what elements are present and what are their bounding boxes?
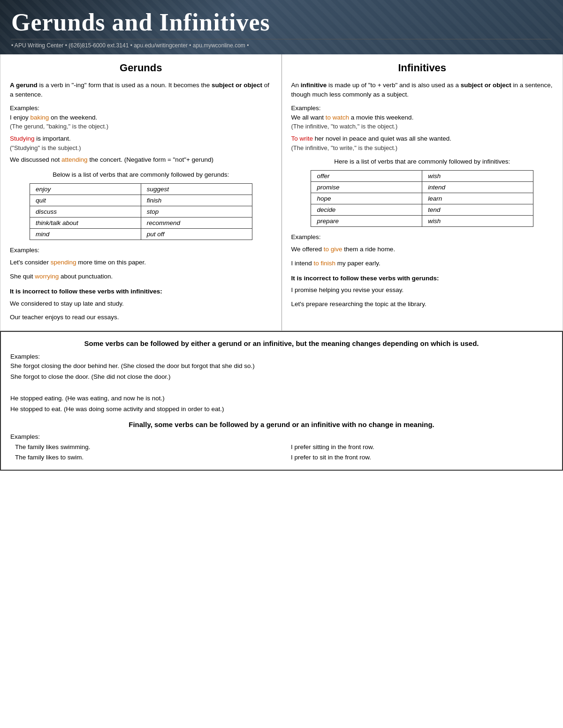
table-cell: learn (422, 193, 533, 204)
infinitives-example2-note: (The infinitive, "to write," is the subj… (291, 144, 554, 151)
bottom-example4: He stopped to eat. (He was doing some ac… (10, 404, 553, 415)
table-cell: suggest (141, 184, 252, 195)
infinitives-highlight-towrite: To write (291, 135, 313, 142)
gerunds-example5: She quit worrying about punctuation. (10, 271, 272, 282)
table-row: quit finish (30, 195, 252, 206)
table-cell: offer (311, 170, 422, 181)
gerunds-definition: A gerund is a verb in "-ing" form that i… (10, 81, 272, 100)
gerunds-examples2-label: Examples: (10, 247, 272, 254)
infinitives-definition: An infinitive is made up of "to + verb" … (291, 81, 554, 100)
infinitives-example2: To write her novel in peace and quiet wa… (291, 134, 554, 144)
table-cell: quit (30, 195, 141, 206)
table-cell: intend (422, 181, 533, 193)
gerunds-example1: I enjoy baking on the weekend. (10, 113, 272, 123)
gerunds-title: Gerunds (10, 62, 272, 74)
gerunds-examples-label: Examples: (10, 105, 272, 112)
gerunds-highlight-baking: baking (30, 114, 49, 121)
table-row: promise intend (311, 181, 533, 193)
final-right2: I prefer to sit in the front row. (291, 452, 548, 463)
main-content: Gerunds A gerund is a verb in "-ing" for… (0, 54, 563, 331)
table-row: offer wish (311, 170, 533, 181)
table-cell: discuss (30, 206, 141, 218)
gerunds-incorrect1: We considered to stay up late and study. (10, 299, 272, 309)
gerunds-example2-note: ("Studying" is the subject.) (10, 144, 272, 151)
gerunds-incorrect2: Our teacher enjoys to read our essays. (10, 312, 272, 323)
table-cell: prepare (311, 215, 422, 226)
table-cell: finish (141, 195, 252, 206)
gerunds-example3: We discussed not attending the concert. … (10, 155, 272, 165)
final-examples-label: Examples: (10, 433, 553, 440)
infinitives-highlight-towatch: to watch (326, 114, 349, 121)
infinitives-incorrect2: Let's prepare researching the topic at t… (291, 299, 554, 309)
bottom-example1: She forgot closing the door behind her. … (10, 361, 553, 372)
final-examples: The family likes swimming. The family li… (10, 442, 553, 464)
table-cell: wish (422, 215, 533, 226)
table-cell: think/talk about (30, 218, 141, 229)
table-cell: hope (311, 193, 422, 204)
gerunds-table: enjoy suggest quit finish discuss stop t… (30, 183, 252, 240)
header-subtitle: • APU Writing Center • (626)815-6000 ext… (11, 39, 552, 49)
infinitives-highlight-tofinish: to finish (314, 260, 336, 267)
table-cell: promise (311, 181, 422, 193)
table-cell: stop (141, 206, 252, 218)
infinitives-example4: I intend to finish my paper early. (291, 258, 554, 269)
final-examples-left: The family likes swimming. The family li… (15, 442, 272, 464)
infinitives-highlight-togive: to give (324, 246, 342, 253)
bottom-example2: She forgot to close the door. (She did n… (10, 372, 553, 383)
infinitives-incorrect1: I promise helping you revise your essay. (291, 285, 554, 295)
final-right1: I prefer sitting in the front row. (291, 442, 548, 453)
gerunds-highlight-studying: Studying (10, 135, 35, 142)
page-header: Gerunds and Infinitives • APU Writing Ce… (0, 0, 563, 54)
gerunds-list-intro: Below is a list of verbs that are common… (10, 170, 272, 180)
infinitives-examples2-label: Examples: (291, 233, 554, 240)
bottom-examples: She forgot closing the door behind her. … (10, 361, 553, 415)
gerunds-incorrect-heading: It is incorrect to follow these verbs wi… (10, 287, 272, 296)
infinitives-title: Infinitives (291, 62, 554, 74)
infinitives-examples-label: Examples: (291, 105, 554, 112)
infinitives-example1: We all want to watch a movie this weeken… (291, 113, 554, 123)
infinitives-example3: We offered to give them a ride home. (291, 244, 554, 255)
table-row: discuss stop (30, 206, 252, 218)
gerunds-example1-note: (The gerund, "baking," is the object.) (10, 123, 272, 130)
table-cell: mind (30, 229, 141, 240)
infinitives-example1-note: (The infinitive, "to watch," is the obje… (291, 123, 554, 130)
table-row: decide tend (311, 204, 533, 215)
table-cell: enjoy (30, 184, 141, 195)
infinitives-incorrect-heading: It is incorrect to follow these verbs wi… (291, 274, 554, 283)
gerunds-example4: Let's consider spending more time on thi… (10, 257, 272, 268)
table-cell: wish (422, 170, 533, 181)
final-title: Finally, some verbs can be followed by a… (10, 420, 553, 428)
bottom-example3: He stopped eating. (He was eating, and n… (10, 393, 553, 404)
final-examples-right: I prefer sitting in the front row. I pre… (272, 442, 548, 464)
gerunds-highlight-spending: spending (51, 259, 76, 266)
bottom-section: Some verbs can be followed by either a g… (0, 331, 563, 471)
table-cell: recommend (141, 218, 252, 229)
table-row: prepare wish (311, 215, 533, 226)
infinitives-list-intro: Here is a list of verbs that are commonl… (291, 157, 554, 166)
gerunds-highlight-worrying: worrying (35, 273, 59, 280)
gerunds-example2: Studying is important. (10, 134, 272, 144)
table-cell: put off (141, 229, 252, 240)
bottom-title: Some verbs can be followed by either a g… (10, 338, 553, 348)
gerunds-highlight-attending: attending (61, 156, 88, 163)
page-title: Gerunds and Infinitives (11, 8, 552, 36)
table-cell: decide (311, 204, 422, 215)
table-row: mind put off (30, 229, 252, 240)
table-row: enjoy suggest (30, 184, 252, 195)
infinitives-table: offer wish promise intend hope learn dec… (311, 170, 533, 227)
bottom-examples-label: Examples: (10, 353, 553, 360)
table-row: hope learn (311, 193, 533, 204)
gerunds-column: Gerunds A gerund is a verb in "-ing" for… (0, 54, 282, 330)
table-row: think/talk about recommend (30, 218, 252, 229)
table-cell: tend (422, 204, 533, 215)
final-left2: The family likes to swim. (15, 452, 272, 463)
final-left1: The family likes swimming. (15, 442, 272, 453)
infinitives-column: Infinitives An infinitive is made up of … (282, 54, 563, 330)
